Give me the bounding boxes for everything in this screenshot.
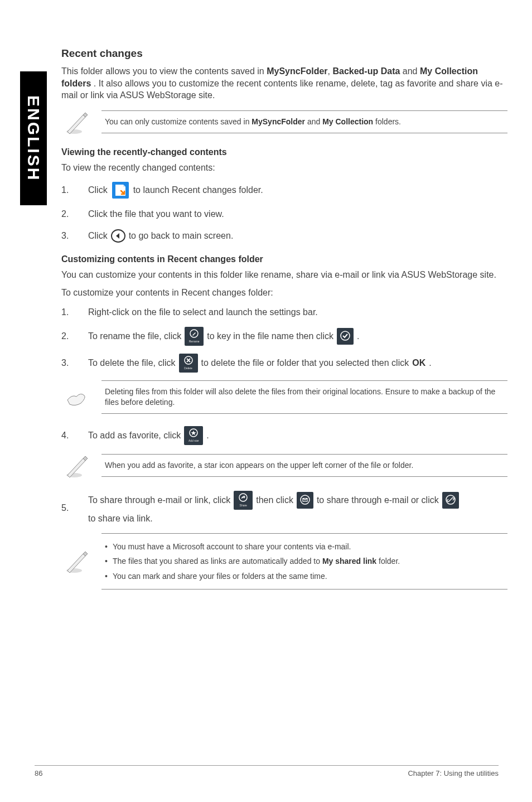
step-text: Right-click on the file to select and la… (88, 306, 507, 319)
back-arrow-icon (111, 229, 125, 243)
note-share-li2: The files that you shared as links are a… (105, 554, 504, 569)
hand-icon (61, 384, 93, 410)
viewing-step-3: 3. Click to go back to main screen. (61, 229, 507, 243)
customizing-step-1: 1. Right-click on the file to select and… (61, 306, 507, 319)
rename-icon: Rename (185, 327, 204, 346)
step-text-mid2: to share through e-mail or click (317, 494, 439, 507)
chapter-label: Chapter 7: Using the utilities (408, 769, 499, 777)
page-number: 86 (35, 769, 42, 777)
customizing-steps-cont2: 5. To share through e-mail or link, clic… (61, 491, 507, 525)
share-label: Share (240, 504, 247, 507)
note-share-li1: You must have a Microsoft account to sha… (105, 539, 504, 554)
step-number: 1. (61, 183, 72, 197)
note-share-requirements: You must have a Microsoft account to sha… (61, 533, 507, 590)
delete-label: Delete (184, 367, 192, 370)
note-share-li2-pre: The files that you shared as links are a… (113, 557, 322, 566)
step-number: 3. (61, 229, 72, 243)
viewing-lead: To view the recently changed contents: (61, 163, 507, 173)
step-number: 3. (61, 356, 72, 370)
note-favorite-text: When you add as favorite, a star icon ap… (105, 460, 504, 471)
note-favorite: When you add as favorite, a star icon ap… (61, 453, 507, 479)
pen-icon (61, 453, 93, 479)
step-text-post: . (357, 330, 359, 343)
note-delete-warning: Deleting files from this folder will als… (61, 380, 507, 414)
note-share-li2-post: folder. (379, 557, 400, 566)
customizing-steps-cont: 4. To add as favorite, click Add star . (61, 426, 507, 445)
add-star-icon: Add star (184, 426, 203, 445)
page: ENGLISH Recent changes This folder allow… (0, 0, 532, 802)
step-text-pre: Click (88, 229, 108, 243)
note-body: You must have a Microsoft account to sha… (101, 533, 507, 590)
step-text-post: to share via link. (88, 512, 153, 525)
rename-label: Rename (189, 340, 200, 343)
step-number: 5. (61, 501, 72, 515)
delete-icon: Delete (179, 354, 198, 373)
share-arrow-icon (239, 493, 248, 503)
step-number: 2. (61, 330, 72, 343)
share-icon: Share (234, 491, 253, 510)
link-icon (442, 492, 459, 509)
email-icon (297, 492, 313, 509)
pen-icon (61, 548, 93, 574)
star-icon (189, 428, 198, 438)
language-tab-label: ENGLISH (24, 95, 43, 181)
note-body: When you add as favorite, a star icon ap… (101, 454, 507, 477)
intro-text-1: This folder allows you to view the conte… (61, 66, 267, 76)
step-text-post: . (206, 429, 209, 442)
note1-b1: MySyncFolder (252, 117, 305, 126)
step-text-post: to launch Recent changes folder. (133, 183, 263, 197)
customizing-heading: Customizing contents in Recent changes f… (61, 254, 507, 264)
step-text-pre: To share through e-mail or link, click (88, 494, 230, 507)
customizing-step-3: 3. To delete the file, click Delete to d… (61, 354, 507, 373)
viewing-step-2: 2. Click the file that you want to view. (61, 207, 507, 221)
language-tab: ENGLISH (20, 71, 47, 205)
note1-b2: My Collection (322, 117, 373, 126)
recent-changes-folder-icon (111, 181, 130, 200)
step-text-mid: to key in the file name then click (207, 330, 333, 343)
note-body: Deleting files from this folder will als… (101, 380, 507, 414)
chain-link-icon (446, 495, 456, 506)
step-number: 1. (61, 306, 72, 319)
note-customize-only: You can only customize contents saved in… (61, 109, 507, 135)
envelope-icon (300, 495, 310, 506)
customizing-step-4: 4. To add as favorite, click Add star . (61, 426, 507, 445)
intro-text-and: and (403, 66, 420, 76)
addstar-label: Add star (188, 439, 199, 442)
note-share-li2-bold: My shared link (322, 557, 376, 566)
ok-text: OK (412, 356, 425, 370)
note-body: You can only customize contents saved in… (101, 110, 507, 133)
note-share-li3: You can mark and share your files or fol… (105, 569, 504, 584)
viewing-step-1: 1. Click to launch Recent changes folder… (61, 181, 507, 200)
confirm-check-icon (337, 328, 354, 345)
step-number: 2. (61, 207, 72, 221)
section-heading: Recent changes (61, 47, 507, 60)
note-delete-text: Deleting files from this folder will als… (105, 386, 504, 408)
note1-pre: You can only customize contents saved in (105, 117, 252, 126)
x-icon (184, 356, 193, 366)
customizing-lead2: To customize your contents in Recent cha… (61, 288, 507, 298)
step-text-post: . (429, 356, 431, 370)
viewing-heading: Viewing the recently-changed contents (61, 147, 507, 157)
customizing-lead1: You can customize your contents in this … (61, 270, 507, 280)
note1-post: folders. (375, 117, 401, 126)
note1-mid: and (307, 117, 322, 126)
step-text-mid1: then click (256, 494, 293, 507)
page-footer: 86 Chapter 7: Using the utilities (35, 765, 499, 777)
svg-point-4 (341, 331, 350, 340)
customizing-step-2: 2. To rename the file, click Rename to k… (61, 327, 507, 346)
intro-bold-2: Backed-up Data (332, 66, 400, 76)
step-text-pre: Click (88, 183, 108, 197)
customizing-step-5: 5. To share through e-mail or link, clic… (61, 491, 507, 525)
intro-paragraph: This folder allows you to view the conte… (61, 65, 507, 102)
content-area: Recent changes This folder allows you to… (61, 47, 507, 602)
intro-bold-1: MySyncFolder (267, 66, 327, 76)
step-text-pre: To add as favorite, click (88, 429, 181, 442)
step-text: Click the file that you want to view. (88, 207, 507, 221)
pen-icon (61, 109, 93, 135)
step-number: 4. (61, 429, 72, 442)
step-text-post: to go back to main screen. (129, 229, 234, 243)
step-text-mid: to delete the file or folder that you se… (201, 356, 409, 370)
customizing-steps: 1. Right-click on the file to select and… (61, 306, 507, 373)
check-icon (340, 331, 350, 342)
step-text-pre: To rename the file, click (88, 330, 181, 343)
